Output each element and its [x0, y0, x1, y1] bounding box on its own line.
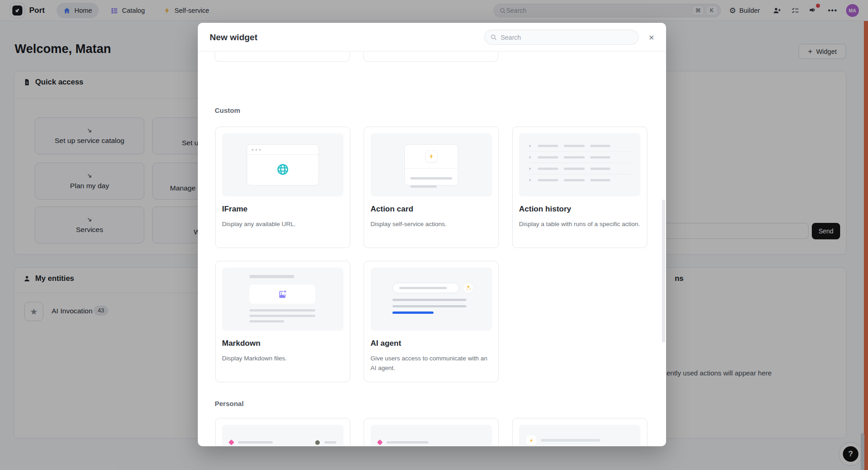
action-card-preview — [370, 133, 492, 196]
widget-search[interactable] — [484, 30, 639, 45]
widget-title: Action history — [519, 205, 571, 214]
widget-title: Markdown — [222, 339, 260, 348]
widget-description: Display self-service actions. — [370, 220, 493, 229]
widget-card-iframe[interactable]: IFrame Display any available URL. — [215, 127, 350, 248]
bolt-icon — [528, 178, 532, 182]
personal-preview-list — [370, 425, 492, 446]
widget-description: Display any available URL. — [222, 220, 344, 229]
bolt-icon — [528, 155, 532, 159]
entity-icon — [377, 439, 383, 445]
personal-preview-actions — [519, 425, 640, 446]
globe-icon — [276, 163, 289, 176]
modal-body: Custom IFrame Display any available URL. — [198, 52, 666, 446]
widget-card-personal-1[interactable] — [215, 418, 350, 446]
modal-header: New widget × — [198, 23, 666, 52]
widget-title: AI agent — [370, 339, 401, 348]
widget-search-input[interactable] — [501, 34, 633, 41]
widget-card-action-history[interactable]: Action history Display a table with runs… — [512, 127, 647, 248]
bolt-icon — [528, 167, 532, 171]
action-history-preview — [519, 133, 640, 196]
personal-preview-table — [222, 425, 344, 446]
close-icon[interactable]: × — [645, 31, 658, 44]
widget-card-ai-agent[interactable]: AI agent Give users access to communicat… — [364, 261, 499, 382]
entity-icon — [228, 439, 234, 445]
app-screen: Port Home Catalog Self-service ⌘ K ⚙ Bui… — [0, 0, 868, 470]
bolt-icon — [425, 150, 438, 163]
markdown-preview — [222, 268, 344, 331]
partial-widget-card[interactable] — [215, 52, 350, 62]
modal-scrollbar-thumb[interactable] — [662, 200, 665, 343]
widget-card-markdown[interactable]: Markdown Display Markdown files. — [215, 261, 350, 382]
ai-agent-preview — [370, 268, 492, 331]
section-label-custom: Custom — [215, 106, 240, 114]
status-icon — [315, 440, 320, 445]
sparkles-icon — [463, 282, 474, 293]
partial-widget-card[interactable] — [363, 52, 498, 62]
bolt-icon — [528, 144, 532, 148]
widget-title: IFrame — [222, 205, 248, 214]
new-widget-modal: New widget × Custom — [198, 23, 666, 446]
modal-title: New widget — [210, 32, 258, 42]
image-plus-icon — [278, 290, 287, 299]
widget-card-personal-2[interactable] — [364, 418, 499, 446]
section-label-personal: Personal — [215, 400, 243, 407]
search-icon — [490, 34, 497, 41]
widget-title: Action card — [370, 205, 413, 214]
widget-description: Give users access to communicate with an… — [370, 354, 493, 373]
iframe-preview — [222, 133, 344, 196]
widget-card-personal-3[interactable] — [512, 418, 647, 446]
page-scrollbar-thumb[interactable] — [861, 433, 864, 470]
bolt-icon — [526, 435, 536, 445]
widget-card-action-card[interactable]: Action card Display self-service actions… — [364, 127, 499, 248]
widget-description: Display Markdown files. — [222, 354, 344, 364]
widget-description: Display a table with runs of a specific … — [519, 220, 641, 229]
